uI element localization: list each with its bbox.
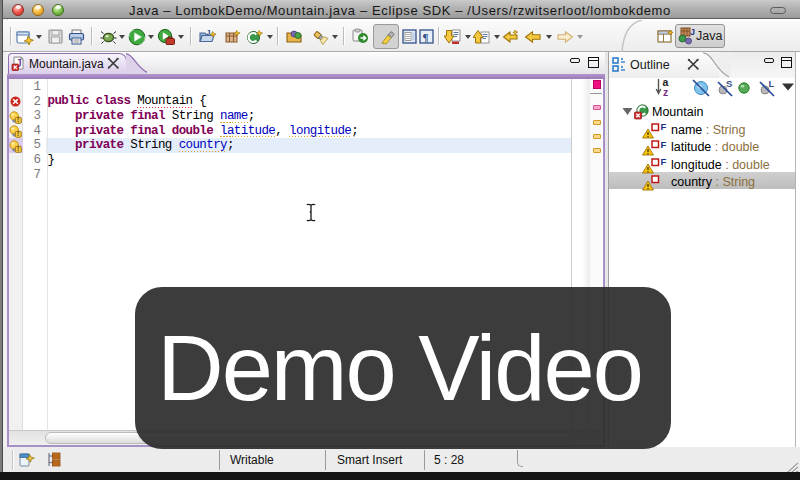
svg-text:!: ! <box>17 145 19 152</box>
svg-text:!: ! <box>17 130 19 137</box>
svg-text:¶: ¶ <box>423 31 429 43</box>
svg-text:!: ! <box>17 116 19 123</box>
svg-text:J: J <box>690 27 695 37</box>
svg-text:J: J <box>206 28 210 37</box>
